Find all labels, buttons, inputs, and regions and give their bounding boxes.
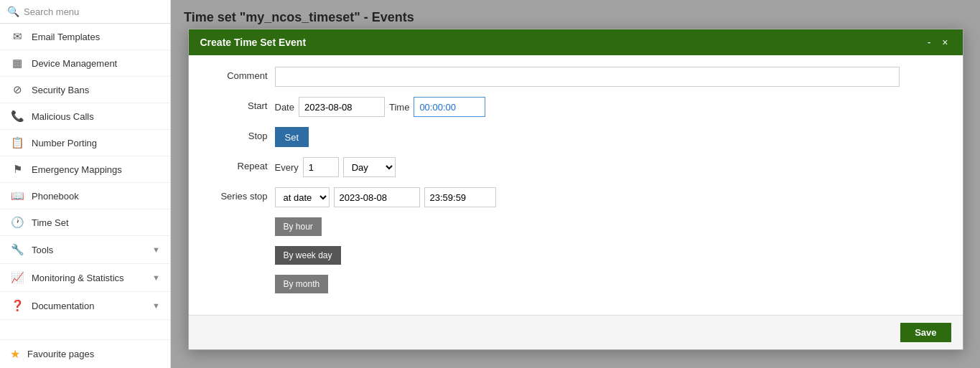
- comment-input[interactable]: [275, 67, 900, 87]
- sidebar-group-monitoring[interactable]: 📈 Monitoring & Statistics ▼: [0, 264, 170, 292]
- modal-controls: - ×: [925, 37, 951, 48]
- modal-body-container: Comment Start Date Time: [189, 55, 963, 315]
- save-button[interactable]: Save: [900, 323, 951, 342]
- star-icon: ★: [10, 347, 20, 361]
- repeat-unit-select[interactable]: Day Week Month Year: [343, 157, 396, 177]
- repeat-row: Repeat Every Day Week Month Year: [203, 157, 948, 177]
- by-month-label-spacer: [203, 275, 268, 278]
- series-stop-row: Series stop at date never after: [203, 187, 948, 207]
- series-stop-controls: at date never after: [275, 187, 948, 207]
- create-timeset-modal: Create Time Set Event - × Comment: [188, 29, 963, 350]
- sidebar-item-device-management[interactable]: ▦ Device Management: [0, 50, 170, 77]
- start-label: Start: [203, 97, 268, 111]
- ban-icon: ⊘: [10, 83, 24, 96]
- clock-icon: 🕐: [10, 216, 24, 229]
- sidebar-item-label: Phonebook: [32, 191, 79, 202]
- by-week-day-row: By week day: [203, 246, 948, 265]
- docs-icon: ❓: [10, 299, 24, 312]
- sidebar-favourites[interactable]: ★ Favourite pages: [0, 339, 170, 368]
- by-week-day-button[interactable]: By week day: [275, 246, 341, 265]
- comment-controls: [275, 67, 948, 87]
- emergency-icon: ⚑: [10, 163, 24, 176]
- by-month-controls: By month: [275, 275, 948, 293]
- comment-label: Comment: [203, 67, 268, 81]
- favourites-label: Favourite pages: [27, 349, 94, 359]
- modal-header: Create Time Set Event - ×: [189, 29, 963, 55]
- modal-close-button[interactable]: ×: [939, 37, 951, 48]
- by-hour-button[interactable]: By hour: [275, 217, 322, 236]
- date-label: Date: [275, 102, 294, 113]
- main-content: Time set "my_ncos_timeset" - Events Crea…: [171, 0, 980, 368]
- by-month-row: By month: [203, 275, 948, 293]
- repeat-controls: Every Day Week Month Year: [275, 157, 948, 177]
- every-label: Every: [275, 162, 299, 173]
- set-button[interactable]: Set: [275, 127, 309, 147]
- sidebar-item-number-porting[interactable]: 📋 Number Porting: [0, 130, 170, 156]
- sidebar-item-label: Number Porting: [32, 138, 97, 148]
- sidebar-item-label: Security Bans: [32, 85, 89, 95]
- series-stop-label: Series stop: [203, 187, 268, 202]
- sidebar-group-label: Monitoring & Statistics: [32, 273, 145, 283]
- time-label: Time: [389, 102, 409, 113]
- sidebar-item-phonebook[interactable]: 📖 Phonebook: [0, 183, 170, 209]
- chevron-down-icon: ▼: [152, 273, 160, 282]
- sidebar-item-label: Time Set: [32, 217, 69, 228]
- sidebar-item-time-set[interactable]: 🕐 Time Set: [0, 209, 170, 236]
- phonebook-icon: 📖: [10, 189, 24, 202]
- start-date-input[interactable]: [299, 97, 385, 117]
- sidebar-group-tools[interactable]: 🔧 Tools ▼: [0, 236, 170, 264]
- modal-overlay: Create Time Set Event - × Comment: [171, 0, 980, 368]
- search-icon: 🔍: [7, 6, 19, 17]
- device-icon: ▦: [10, 57, 24, 70]
- stop-row: Stop Set: [203, 127, 948, 147]
- email-icon: ✉: [10, 30, 24, 43]
- sidebar: 🔍 Search menu ✉ Email Templates ▦ Device…: [0, 0, 171, 368]
- sidebar-item-label: Emergency Mappings: [32, 164, 122, 175]
- series-stop-select[interactable]: at date never after: [275, 187, 330, 207]
- modal-body: Comment Start Date Time: [189, 55, 963, 315]
- sidebar-item-malicious-calls[interactable]: 📞 Malicious Calls: [0, 103, 170, 130]
- by-week-day-controls: By week day: [275, 246, 948, 265]
- sidebar-item-label: Device Management: [32, 58, 117, 69]
- stop-label: Stop: [203, 127, 268, 141]
- series-stop-time-input[interactable]: [424, 187, 496, 207]
- sidebar-group-documentation[interactable]: ❓ Documentation ▼: [0, 292, 170, 320]
- by-hour-row: By hour: [203, 217, 948, 236]
- search-menu[interactable]: 🔍 Search menu: [0, 0, 170, 24]
- by-hour-label-spacer: [203, 217, 268, 221]
- modal-footer: Save: [189, 315, 963, 349]
- chevron-down-icon: ▼: [152, 301, 160, 310]
- sidebar-item-label: Email Templates: [32, 32, 100, 42]
- repeat-label: Repeat: [203, 157, 268, 171]
- tools-icon: 🔧: [10, 243, 24, 256]
- sidebar-item-emergency-mappings[interactable]: ⚑ Emergency Mappings: [0, 156, 170, 183]
- sidebar-item-label: Malicious Calls: [32, 111, 94, 122]
- repeat-value-input[interactable]: [303, 157, 339, 177]
- stop-controls: Set: [275, 127, 948, 147]
- sidebar-group-label: Documentation: [32, 301, 145, 311]
- sidebar-item-email-templates[interactable]: ✉ Email Templates: [0, 24, 170, 50]
- comment-row: Comment: [203, 67, 948, 87]
- start-row: Start Date Time: [203, 97, 948, 117]
- by-month-button[interactable]: By month: [275, 275, 329, 293]
- modal-title: Create Time Set Event: [200, 37, 307, 48]
- phone-icon: 📞: [10, 110, 24, 123]
- modal-minimize-button[interactable]: -: [925, 37, 934, 48]
- by-week-day-label-spacer: [203, 246, 268, 250]
- monitoring-icon: 📈: [10, 271, 24, 284]
- number-porting-icon: 📋: [10, 136, 24, 149]
- start-controls: Date Time: [275, 97, 948, 117]
- chevron-down-icon: ▼: [152, 245, 160, 254]
- series-stop-date-input[interactable]: [334, 187, 420, 207]
- by-hour-controls: By hour: [275, 217, 948, 236]
- sidebar-group-label: Tools: [32, 245, 145, 255]
- search-menu-label: Search menu: [24, 6, 79, 17]
- start-time-input[interactable]: [414, 97, 485, 117]
- sidebar-item-security-bans[interactable]: ⊘ Security Bans: [0, 77, 170, 103]
